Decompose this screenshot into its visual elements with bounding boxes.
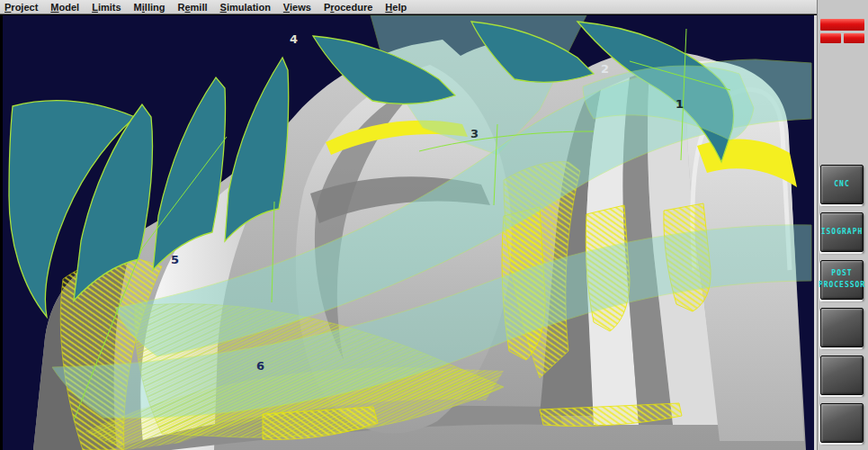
menu-item-procedure[interactable]: Procedure <box>324 2 372 13</box>
menu-item-model[interactable]: Model <box>50 2 79 13</box>
menu-item-help[interactable]: Help <box>385 2 407 13</box>
procedure-marker-1: 1 <box>676 97 684 111</box>
button-isograph[interactable]: ISOGRAPH <box>820 212 864 252</box>
menu-item-limits[interactable]: Limits <box>92 2 121 13</box>
cam-application-window: ProjectModelLimitsMillingRemillSimulatio… <box>0 0 868 450</box>
3d-viewport[interactable]: 421356 <box>3 15 817 450</box>
menu-bar: ProjectModelLimitsMillingRemillSimulatio… <box>0 0 868 14</box>
brand-logo-icon <box>820 19 864 43</box>
toolbar-button-stack: CNCISOGRAPHPOST PROCESSOR <box>818 165 868 450</box>
machining-scene: 421356 <box>3 15 814 450</box>
button-blank-4[interactable] <box>820 356 864 395</box>
menu-item-remill[interactable]: Remill <box>178 2 208 13</box>
logo-bar-right <box>844 33 864 43</box>
button-blank-3[interactable] <box>820 308 864 347</box>
procedure-marker-4: 4 <box>290 32 298 46</box>
button-post-processor[interactable]: POST PROCESSOR <box>820 260 864 300</box>
procedure-marker-3: 3 <box>470 127 479 140</box>
right-toolbar-panel: CNCISOGRAPHPOST PROCESSOR <box>817 0 868 450</box>
procedure-marker-5: 5 <box>171 253 179 266</box>
button-blank-5[interactable] <box>820 403 864 443</box>
logo-bar-top <box>820 19 864 31</box>
menu-item-views[interactable]: Views <box>283 2 311 13</box>
menu-item-project[interactable]: Project <box>4 2 38 13</box>
menu-item-simulation[interactable]: Simulation <box>220 2 271 13</box>
logo-bar-left <box>820 33 841 43</box>
menu-item-milling[interactable]: Milling <box>134 2 166 13</box>
procedure-marker-2: 2 <box>601 62 609 76</box>
button-cnc[interactable]: CNC <box>820 165 864 204</box>
procedure-marker-6: 6 <box>256 359 264 373</box>
